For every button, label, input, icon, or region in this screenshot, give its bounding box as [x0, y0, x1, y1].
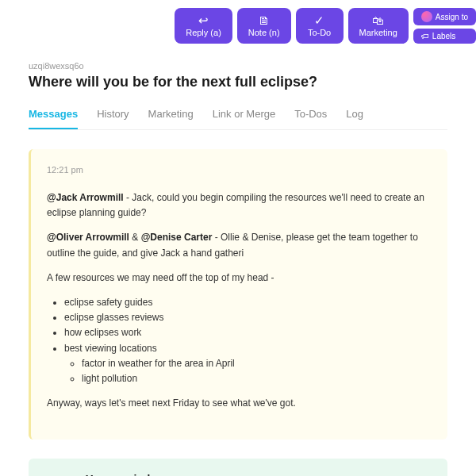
marketing-label: Marketing: [359, 28, 397, 37]
assign-labels-group: Assign to 🏷 Labels: [413, 8, 476, 44]
reminder-title: Your reminder: [86, 473, 432, 476]
message-line-1: @Jack Arrowmill - Jack, could you begin …: [47, 190, 432, 221]
mention-oliver[interactable]: @Oliver Arrowmill: [47, 232, 129, 243]
mention-denise[interactable]: @Denise Carter: [141, 232, 213, 243]
resource-sublist: factor in weather for the area in April …: [64, 356, 432, 386]
action-toolbar: ↩ Reply (a) 🗎 Note (n) ✓ To-Do 🛍 Marketi…: [0, 0, 476, 52]
resource-list: eclipse safety guides eclipse glasses re…: [47, 295, 432, 386]
page-title: Where will you be for the next full ecli…: [29, 74, 447, 90]
marketing-button[interactable]: 🛍 Marketing: [348, 8, 409, 44]
tag-icon: 🏷: [421, 32, 429, 40]
reply-button[interactable]: ↩ Reply (a): [175, 8, 232, 44]
message-time: 12:21 pm: [47, 165, 432, 175]
list-item: factor in weather for the area in April: [82, 356, 432, 371]
shop-icon: 🛍: [372, 14, 384, 26]
note-label: Note (n): [248, 28, 280, 37]
message-line-2: @Oliver Arrowmill & @Denise Carter - Oll…: [47, 230, 432, 260]
tab-history[interactable]: History: [97, 103, 129, 129]
tab-log[interactable]: Log: [346, 103, 363, 129]
note-icon: 🗎: [258, 14, 270, 26]
list-item: eclipse safety guides: [64, 295, 432, 310]
mention-jack[interactable]: @Jack Arrowmill: [47, 192, 124, 203]
conversation-id: uzqi8wexsq6o: [29, 61, 447, 71]
tab-todos[interactable]: To-Dos: [294, 103, 327, 129]
amp: &: [129, 232, 141, 243]
assign-label: Assign to: [436, 13, 468, 21]
tab-link-merge[interactable]: Link or Merge: [213, 103, 275, 129]
reply-icon: ↩: [198, 14, 209, 26]
message-lead: A few resources we may need off the top …: [47, 271, 432, 286]
labels-label: Labels: [432, 32, 455, 40]
main-container: uzqi8wexsq6o Where will you be for the n…: [0, 61, 476, 476]
list-item: best viewing locations factor in weather…: [64, 341, 432, 387]
list-item: eclipse glasses reviews: [64, 310, 432, 325]
tab-messages[interactable]: Messages: [29, 103, 78, 129]
reminder-block: Your reminder You have a reminder set fo…: [29, 459, 447, 476]
tab-marketing[interactable]: Marketing: [148, 103, 194, 129]
list-item: light pollution: [82, 371, 432, 386]
check-icon: ✓: [314, 14, 324, 26]
assignee-avatar-icon: [421, 11, 432, 22]
labels-button[interactable]: 🏷 Labels: [413, 29, 476, 44]
message-body: @Jack Arrowmill - Jack, could you begin …: [47, 190, 432, 411]
note-message: 12:21 pm @Jack Arrowmill - Jack, could y…: [29, 149, 447, 440]
reminder-content: Your reminder You have a reminder set fo…: [86, 473, 432, 476]
list-item-text: best viewing locations: [64, 343, 157, 354]
note-button[interactable]: 🗎 Note (n): [237, 8, 291, 44]
todo-button[interactable]: ✓ To-Do: [296, 8, 344, 44]
todo-label: To-Do: [308, 28, 331, 37]
assign-button[interactable]: Assign to: [413, 8, 476, 25]
list-item: how eclipses work: [64, 325, 432, 340]
calendar-check-icon: [44, 473, 73, 476]
message-close: Anyway, ways let's meet next Friday to s…: [47, 396, 432, 411]
tab-bar: Messages History Marketing Link or Merge…: [29, 103, 447, 130]
reply-label: Reply (a): [186, 28, 221, 37]
